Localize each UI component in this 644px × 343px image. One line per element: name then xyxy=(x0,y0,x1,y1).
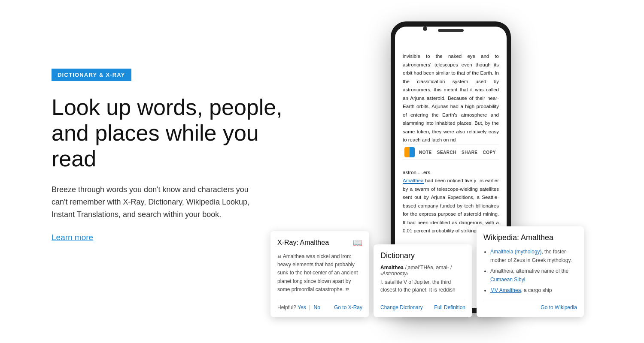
wiki-card-footer: Go to Wikipedia xyxy=(483,300,577,310)
kindle-icon-right xyxy=(410,147,415,157)
left-panel: DICTIONARY & X-RAY Look up words, people… xyxy=(52,69,292,242)
cards-area: X-Ray: Amalthea 📖 ❝ Amalthea was nickel … xyxy=(258,249,644,343)
headline: Look up words, people, and places while … xyxy=(52,95,292,172)
wiki-list-item-3: MV Amalthea, a cargo ship xyxy=(490,286,577,295)
wiki-item-2-prefix: Amaltheia, alternative name of the xyxy=(490,268,568,274)
toolbar-search-btn[interactable]: SEARCH xyxy=(434,147,459,158)
wiki-list-item-1: Amaltheia (mythology), the foster-mother… xyxy=(490,247,577,265)
wiki-link-1[interactable]: Amaltheia (mythology) xyxy=(490,249,541,255)
helpful-row: Helpful? Yes | No xyxy=(277,304,320,310)
phone-area: invisible to the naked eye and to astron… xyxy=(258,0,644,343)
wiki-link-2[interactable]: Cumaean Sibyl xyxy=(490,277,525,283)
book-text-astron: astron... xyxy=(403,170,421,175)
book-text-p1: invisible to the naked eye and to astron… xyxy=(403,54,499,142)
dict-definition: I. satellite V of Jupiter, the third clo… xyxy=(380,278,465,294)
go-to-wikipedia-link[interactable]: Go to Wikipedia xyxy=(541,304,577,310)
kindle-icon xyxy=(404,147,415,157)
helpful-label: Helpful? xyxy=(277,304,296,310)
book-icon: 📖 xyxy=(353,238,362,247)
wiki-item-3-rest: , a cargo ship xyxy=(521,287,552,293)
toolbar-copy-btn[interactable]: COPY xyxy=(480,147,498,158)
go-to-xray-link[interactable]: Go to X-Ray xyxy=(334,304,362,310)
toolbar-share-btn[interactable]: SHARE xyxy=(459,147,480,158)
helpful-separator: | xyxy=(309,304,312,310)
dict-card-footer: Change Dictionary Full Definition xyxy=(380,300,465,310)
book-text-p4: had been noticed five y xyxy=(425,178,476,183)
dict-word: Amalthea xyxy=(380,265,404,271)
book-text-p5: rs earlier xyxy=(480,178,499,183)
dict-card-title: Dictionary xyxy=(380,251,465,260)
book-text-ers: .ers. xyxy=(422,170,431,175)
highlighted-word: Amalthea xyxy=(403,178,424,184)
xray-card-quote: ❝ Amalthea was nickel and iron: heavy el… xyxy=(277,253,362,294)
xray-card-title: X-Ray: Amalthea xyxy=(277,239,329,247)
wiki-list-item-2: Amaltheia, alternative name of the Cumae… xyxy=(490,267,577,284)
helpful-no[interactable]: No xyxy=(314,304,320,310)
feature-badge: DICTIONARY & X-RAY xyxy=(52,69,131,81)
full-definition-link[interactable]: Full Definition xyxy=(434,304,465,310)
xray-card-title-row: X-Ray: Amalthea 📖 xyxy=(277,238,362,247)
phone-camera xyxy=(423,27,427,31)
change-dictionary-link[interactable]: Change Dictionary xyxy=(380,304,423,310)
wikipedia-card: Wikipedia: Amalthea Amaltheia (mythology… xyxy=(477,226,584,317)
xray-card: X-Ray: Amalthea 📖 ❝ Amalthea was nickel … xyxy=(270,231,369,317)
book-text-p2: nd xyxy=(450,137,456,142)
dictionary-card: Dictionary Amalthea /ˌaməlˈTHēə, əmal- /… xyxy=(374,244,472,317)
subtext: Breeze through words you don't know and … xyxy=(52,184,266,220)
dict-category: ‹Astronomy› xyxy=(380,271,465,277)
kindle-icon-left xyxy=(404,147,410,157)
book-text-content: invisible to the naked eye and to astron… xyxy=(395,27,507,242)
learn-more-link[interactable]: Learn more xyxy=(52,233,93,242)
xray-card-footer: Helpful? Yes | No Go to X-Ray xyxy=(277,300,362,310)
wiki-list: Amaltheia (mythology), the foster-mother… xyxy=(483,247,577,295)
kindle-icon-container xyxy=(404,146,415,159)
quote-close: ❞ xyxy=(345,287,349,295)
toolbar-note-btn[interactable]: NOTE xyxy=(416,147,434,158)
wiki-link-3[interactable]: MV Amalthea xyxy=(490,287,521,293)
phone-toolbar: NOTE SEARCH SHARE COPY xyxy=(403,144,499,160)
text-cursor xyxy=(478,178,478,184)
wiki-card-title: Wikipedia: Amalthea xyxy=(483,233,577,242)
helpful-yes[interactable]: Yes xyxy=(298,304,306,310)
headline-line1: Look up words, people, xyxy=(52,95,283,120)
badge-label: DICTIONARY & X-RAY xyxy=(58,72,125,78)
dict-word-line: Amalthea /ˌaməlˈTHēə, əmal- / xyxy=(380,265,465,271)
dict-pronunciation: /ˌaməlˈTHēə, əmal- / xyxy=(405,265,452,271)
headline-line2: and places while you read xyxy=(52,120,259,171)
phone-speaker xyxy=(438,29,464,32)
